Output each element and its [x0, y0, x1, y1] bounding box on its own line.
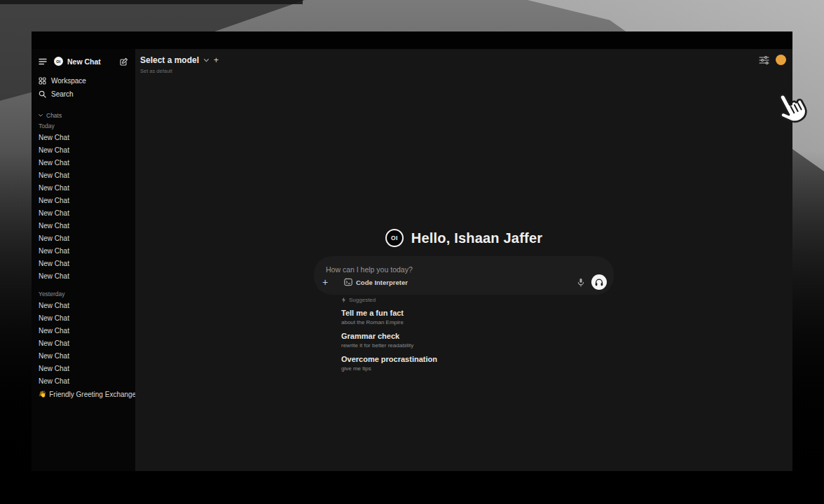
- chat-item[interactable]: New Chat: [39, 375, 128, 388]
- chevron-down-icon: [39, 114, 43, 117]
- suggested-prompt-title: Tell me a fun fact: [341, 309, 593, 318]
- suggested-prompt-subtitle: rewrite it for better readability: [341, 342, 593, 349]
- chat-item-label: New Chat: [39, 314, 69, 322]
- chat-item-label: New Chat: [39, 302, 69, 309]
- chat-item[interactable]: New Chat: [39, 157, 128, 169]
- chat-item[interactable]: New Chat: [39, 169, 128, 182]
- chat-item[interactable]: New Chat: [39, 207, 128, 220]
- chat-item[interactable]: New Chat: [39, 232, 128, 245]
- suggested-section: Suggested Tell me a fun fact about the R…: [341, 296, 593, 372]
- chat-controls-icon[interactable]: [759, 56, 769, 64]
- chat-item-label: New Chat: [39, 234, 69, 242]
- chat-group-today: Today New Chat New Chat New Chat New Cha…: [39, 120, 128, 283]
- chat-group-label: Today: [39, 120, 128, 132]
- greeting-block: OI Hello, Ishaan Jaffer: [135, 229, 792, 247]
- chat-item[interactable]: New Chat: [39, 325, 128, 337]
- chat-item-label: New Chat: [39, 146, 69, 154]
- sidebar-item-workspace[interactable]: Workspace: [39, 74, 128, 88]
- chat-item[interactable]: New Chat: [39, 337, 128, 350]
- desktop-background: OI New Chat Workspace: [0, 0, 824, 504]
- topbar-actions: [759, 55, 786, 65]
- app-logo-icon: OI: [385, 229, 404, 247]
- search-icon: [39, 90, 46, 98]
- chat-item[interactable]: New Chat: [39, 195, 128, 207]
- chat-item-label: New Chat: [39, 377, 69, 385]
- chat-item-label: New Chat: [39, 247, 69, 255]
- sidebar-toggle-icon[interactable]: [39, 58, 47, 65]
- chat-item[interactable]: New Chat: [39, 132, 128, 144]
- suggested-prompt-list: Tell me a fun fact about the Roman Empir…: [341, 309, 593, 372]
- chat-group-label: Yesterday: [39, 288, 128, 300]
- chat-item-label: New Chat: [39, 222, 69, 230]
- chat-item-label: New Chat: [39, 134, 69, 141]
- add-model-button[interactable]: +: [214, 55, 219, 65]
- suggested-prompt[interactable]: Tell me a fun fact about the Roman Empir…: [341, 309, 593, 326]
- bolt-icon: [341, 297, 346, 303]
- new-chat-icon[interactable]: [120, 57, 128, 66]
- suggested-prompt-subtitle: give me tips: [341, 365, 593, 372]
- suggested-prompt-subtitle: about the Roman Empire: [341, 319, 593, 326]
- chevron-down-icon[interactable]: [204, 59, 209, 62]
- chat-item[interactable]: New Chat: [39, 363, 128, 375]
- sidebar-item-label: Search: [51, 90, 74, 98]
- chat-list-today: New Chat New Chat New Chat New Chat New …: [39, 132, 128, 283]
- workspace-grid-icon: [39, 77, 46, 85]
- chat-item-label: New Chat: [39, 159, 69, 167]
- chat-item-label: New Chat: [39, 327, 69, 335]
- chat-item[interactable]: New Chat: [39, 220, 128, 232]
- code-interpreter-icon: [344, 278, 352, 286]
- code-interpreter-label: Code Interpreter: [356, 279, 408, 286]
- chats-section-label: Chats: [46, 112, 62, 119]
- chat-item-label: Friendly Greeting Exchange: [49, 391, 136, 398]
- set-default-link[interactable]: Set as default: [140, 68, 219, 74]
- attach-button[interactable]: +: [322, 277, 332, 287]
- app-window: OI New Chat Workspace: [32, 31, 792, 471]
- chat-item-label: New Chat: [39, 184, 69, 192]
- sidebar-item-label: Workspace: [51, 77, 86, 85]
- sidebar: OI New Chat Workspace: [32, 49, 135, 471]
- suggested-prompt[interactable]: Grammar check rewrite it for better read…: [341, 332, 593, 349]
- model-selector[interactable]: Select a model: [140, 55, 199, 65]
- wave-emoji-icon: 👋: [39, 391, 46, 398]
- app-logo-icon: OI: [54, 57, 63, 66]
- chat-item-label: New Chat: [39, 365, 69, 372]
- chat-item[interactable]: New Chat: [39, 270, 128, 283]
- sidebar-title: New Chat: [67, 57, 101, 66]
- chat-item-label: New Chat: [39, 172, 69, 179]
- chat-item-label: New Chat: [39, 352, 69, 360]
- chat-item[interactable]: New Chat: [39, 312, 128, 325]
- suggested-label: Suggested: [349, 297, 376, 303]
- chat-list-yesterday: New Chat New Chat New Chat New Chat New …: [39, 300, 128, 388]
- chat-item-label: New Chat: [39, 197, 69, 204]
- user-avatar[interactable]: [776, 55, 786, 65]
- composer-controls: + Code Interpreter: [322, 274, 607, 290]
- composer-placeholder[interactable]: How can I help you today?: [315, 257, 613, 274]
- chats-section-toggle[interactable]: Chats: [39, 110, 128, 120]
- chat-item[interactable]: New Chat: [39, 144, 128, 157]
- suggested-prompt-title: Grammar check: [341, 332, 593, 341]
- chat-item-friendly-greeting[interactable]: 👋 Friendly Greeting Exchange: [39, 388, 128, 400]
- chat-item-label: New Chat: [39, 340, 69, 347]
- headphones-icon: [595, 279, 603, 286]
- chat-item[interactable]: New Chat: [39, 350, 128, 363]
- chat-item[interactable]: New Chat: [39, 245, 128, 258]
- message-composer[interactable]: How can I help you today? + Code Interpr…: [315, 257, 613, 294]
- chat-item-label: New Chat: [39, 260, 69, 267]
- chat-item-label: New Chat: [39, 272, 69, 280]
- window-top-strip: [32, 31, 792, 49]
- model-selector-block: Select a model + Set as default: [140, 55, 219, 74]
- chat-item[interactable]: New Chat: [39, 182, 128, 195]
- suggested-prompt[interactable]: Overcome procrastination give me tips: [341, 355, 593, 372]
- chat-group-yesterday: Yesterday New Chat New Chat New Chat New…: [39, 288, 128, 388]
- suggested-prompt-title: Overcome procrastination: [341, 355, 593, 364]
- sidebar-item-search[interactable]: Search: [39, 88, 128, 101]
- code-interpreter-toggle[interactable]: Code Interpreter: [344, 278, 408, 286]
- greeting-text: Hello, Ishaan Jaffer: [411, 230, 542, 246]
- main-area: Select a model + Set as default: [135, 49, 792, 471]
- microphone-icon[interactable]: [577, 278, 584, 287]
- voice-call-button[interactable]: [591, 274, 607, 290]
- chat-item-label: New Chat: [39, 209, 69, 217]
- chat-item[interactable]: New Chat: [39, 300, 128, 312]
- chat-item[interactable]: New Chat: [39, 258, 128, 270]
- sidebar-header: OI New Chat: [39, 54, 128, 69]
